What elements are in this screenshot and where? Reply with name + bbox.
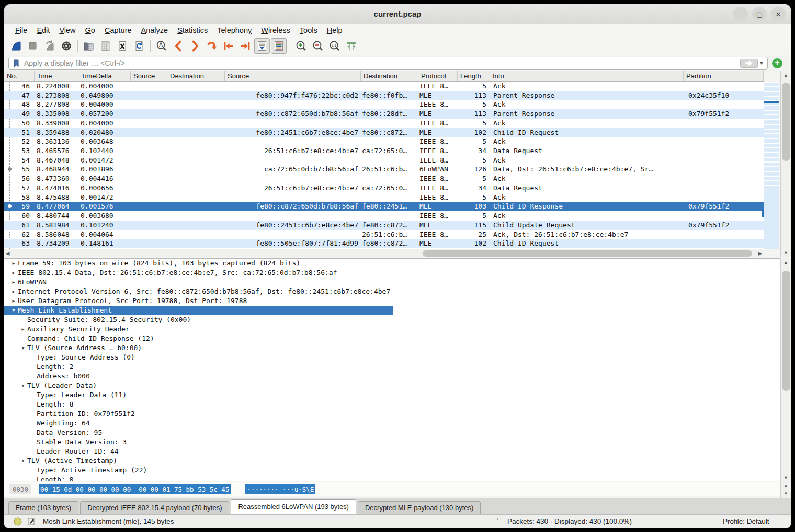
find-packet-button[interactable]: A <box>154 38 169 54</box>
menu-statistics[interactable]: Statistics <box>173 25 212 36</box>
detail-line[interactable]: Length: 8 <box>4 475 780 481</box>
detail-line[interactable]: ▾Mesh Link Establishment <box>4 306 393 315</box>
hex-dump[interactable]: 0030 00 15 0d 00 00 00 00 00 00 00 01 75… <box>4 482 780 496</box>
zoom-out-button[interactable] <box>310 38 326 54</box>
packet-row-46[interactable]: 468.2240080.004000IEEE 8…5Ack <box>4 82 764 91</box>
detail-line[interactable]: Type: Source Address (0) <box>4 353 780 362</box>
tree-collapsed-icon[interactable]: ▸ <box>9 277 18 287</box>
go-forward-button[interactable] <box>187 38 203 54</box>
tree-collapsed-icon[interactable]: ▸ <box>9 268 18 277</box>
detail-line[interactable]: Weighting: 64 <box>4 419 780 428</box>
reload-file-button[interactable] <box>131 38 147 54</box>
expert-info-icon[interactable] <box>14 517 22 526</box>
detail-line[interactable]: ▸User Datagram Protocol, Src Port: 19788… <box>4 296 780 306</box>
profile-indicator[interactable]: Profile: Default <box>723 517 769 525</box>
zoom-in-button[interactable] <box>293 38 309 54</box>
packet-row-52[interactable]: 528.3631360.003648IEEE 8…5Ack <box>4 137 764 146</box>
tree-expanded-icon[interactable]: ▾ <box>19 381 27 390</box>
capture-options-button[interactable] <box>59 38 74 54</box>
filter-dropdown-caret[interactable]: ▼ <box>759 60 764 66</box>
close-file-button[interactable] <box>115 38 130 54</box>
packet-list-hscrollbar[interactable]: ◀ ▶ <box>4 249 764 257</box>
menu-go[interactable]: Go <box>81 25 100 36</box>
column-header-length-8[interactable]: Length <box>458 71 490 81</box>
menu-help[interactable]: Help <box>322 25 347 36</box>
detail-line[interactable]: Length: 8 <box>4 400 780 409</box>
menu-view[interactable]: View <box>54 25 80 36</box>
detail-line[interactable]: ▸Auxiliary Security Header <box>4 325 780 334</box>
details-vscrollbar[interactable]: ▲ ▼ <box>780 258 791 482</box>
capture-comment-icon[interactable] <box>27 517 36 526</box>
restart-capture-button[interactable] <box>42 38 58 54</box>
detail-line[interactable]: ▸IEEE 802.15.4 Data, Dst: 26:51:c6:b7:e8… <box>4 268 780 277</box>
menu-capture[interactable]: Capture <box>100 25 137 36</box>
byte-view-tab[interactable]: Decrypted MLE payload (130 bytes) <box>358 501 481 514</box>
bookmark-icon[interactable] <box>12 59 21 68</box>
packet-row-47[interactable]: 478.2738080.049800fe80::947f:f476:22bc:c… <box>4 91 764 100</box>
menu-wireless[interactable]: Wireless <box>256 25 295 36</box>
column-header-info-9[interactable]: Info <box>490 71 684 81</box>
packet-row-59[interactable]: 598.4770640.001576fe80::c872:650d:b7b8:5… <box>4 202 764 211</box>
detail-line[interactable]: ▾TLV (Leader Data) <box>4 381 780 390</box>
packet-row-49[interactable]: 498.3350080.057200fe80::c872:650d:b7b8:5… <box>4 109 764 119</box>
packet-list-header[interactable]: No.TimeTimeDeltaSourceDestinationSourceD… <box>4 71 764 82</box>
display-filter-input[interactable]: Apply a display filter … <Ctrl-/> ▼ <box>8 57 768 70</box>
auto-scroll-button[interactable] <box>254 38 270 54</box>
tree-collapsed-icon[interactable]: ▸ <box>9 287 18 296</box>
title-bar[interactable]: current.pcap — ▢ ✕ <box>4 4 791 24</box>
detail-line[interactable]: Address: b000 <box>4 372 780 381</box>
zoom-original-button[interactable]: 1:1 <box>327 38 343 54</box>
menu-telephony[interactable]: Telephony <box>212 25 256 36</box>
go-to-packet-button[interactable] <box>204 38 220 54</box>
close-button[interactable]: ✕ <box>771 7 786 21</box>
packet-row-53[interactable]: 538.4655760.10244026:51:c6:b7:e8:ce:4b:e… <box>4 146 764 156</box>
tree-expanded-icon[interactable]: ▾ <box>19 343 27 353</box>
detail-line[interactable]: ▾TLV (Active Timestamp) <box>4 456 780 466</box>
packet-row-63[interactable]: 638.7342090.148161fe80::505e:f807:7f81:4… <box>4 239 764 248</box>
colorize-button[interactable] <box>271 38 287 54</box>
detail-line[interactable]: Stable Data Version: 3 <box>4 437 780 447</box>
detail-line[interactable]: Security Suite: 802.15.4 Security (0x00) <box>4 315 780 325</box>
detail-line[interactable]: Length: 2 <box>4 362 780 372</box>
column-header-time-1[interactable]: Time <box>35 71 78 81</box>
detail-line[interactable]: Data Version: 95 <box>4 428 780 437</box>
hex-ascii[interactable]: ········ ···u·S\E <box>245 484 315 494</box>
open-file-button[interactable] <box>81 38 97 54</box>
resize-columns-button[interactable] <box>344 38 359 54</box>
packet-row-58[interactable]: 588.4754880.001472IEEE 8…5Ack <box>4 193 764 202</box>
start-capture-button[interactable] <box>8 38 24 54</box>
byte-view-tab[interactable]: Frame (103 bytes) <box>8 501 78 514</box>
packet-list-vscrollbar[interactable]: ▲ ▼ <box>780 71 791 257</box>
tree-collapsed-icon[interactable]: ▸ <box>9 296 18 306</box>
packet-list-minimap[interactable] <box>764 82 779 249</box>
detail-line[interactable]: Partition ID: 0x79f551f2 <box>4 409 780 419</box>
packet-row-62[interactable]: 628.5860480.00406426:51:c6:b…IEEE 8…25Ac… <box>4 230 764 239</box>
detail-line[interactable]: ▸Frame 59: 103 bytes on wire (824 bits),… <box>4 259 780 268</box>
detail-line[interactable]: Command: Child ID Response (12) <box>4 334 780 343</box>
column-header-source-3[interactable]: Source <box>131 71 167 81</box>
stop-capture-button[interactable] <box>25 38 41 54</box>
packet-row-55[interactable]: 558.4689440.001896ca:72:65:0d:b7:b8:56:a… <box>4 165 764 174</box>
packet-row-48[interactable]: 488.2778080.004000IEEE 8…5Ack <box>4 100 764 109</box>
detail-line[interactable]: ▸Internet Protocol Version 6, Src: fe80:… <box>4 287 780 296</box>
first-packet-button[interactable] <box>221 38 236 54</box>
tree-expanded-icon[interactable]: ▾ <box>19 456 27 466</box>
menu-analyze[interactable]: Analyze <box>137 25 173 36</box>
packet-row-56[interactable]: 568.4733600.004416IEEE 8…5Ack <box>4 174 764 183</box>
column-header-destination-4[interactable]: Destination <box>167 71 225 81</box>
detail-line[interactable]: Leader Router ID: 44 <box>4 447 780 456</box>
detail-line[interactable]: Type: Active Timestamp (22) <box>4 466 780 475</box>
packet-row-50[interactable]: 508.3390080.004000IEEE 8…5Ack <box>4 119 764 128</box>
add-filter-button[interactable]: + <box>772 58 782 68</box>
byte-view-tab[interactable]: Decrypted IEEE 802.15.4 payload (70 byte… <box>80 501 229 514</box>
detail-line[interactable]: ▸6LoWPAN <box>4 277 780 287</box>
menu-tools[interactable]: Tools <box>295 25 322 36</box>
packet-row-54[interactable]: 548.4670480.001472IEEE 8…5Ack <box>4 156 764 165</box>
column-header-no-0[interactable]: No. <box>4 71 35 81</box>
byte-view-tab[interactable]: Reassembled 6LoWPAN (193 bytes) <box>231 499 356 514</box>
last-packet-button[interactable] <box>237 38 253 54</box>
apply-filter-button[interactable] <box>740 59 758 68</box>
maximize-button[interactable]: ▢ <box>752 7 767 21</box>
column-header-timedelta-2[interactable]: TimeDelta <box>78 71 131 81</box>
column-header-source-5[interactable]: Source <box>225 71 361 81</box>
